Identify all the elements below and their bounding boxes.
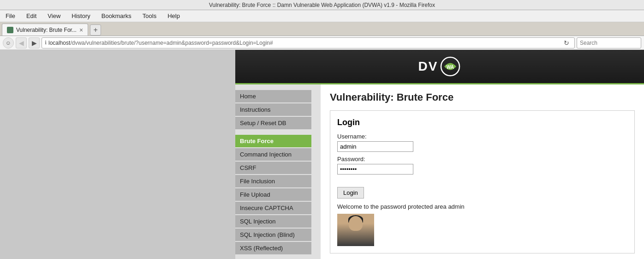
dvwa-body: Home Instructions Setup / Reset DB Brute… bbox=[235, 84, 644, 259]
sidebar-item-csrf[interactable]: CSRF bbox=[235, 162, 311, 174]
page-title: Vulnerability: Brute Force bbox=[330, 91, 635, 103]
profile-button[interactable]: ☺ bbox=[3, 37, 14, 48]
username-label: Username: bbox=[337, 133, 627, 140]
username-input[interactable] bbox=[337, 141, 413, 152]
avatar bbox=[337, 214, 374, 246]
url-security-icon: ℹ bbox=[45, 40, 47, 46]
sidebar-item-xss-reflected[interactable]: XSS (Reflected) bbox=[235, 242, 311, 254]
tab-bar: Vulnerability: Brute For... × + bbox=[0, 22, 644, 36]
welcome-message: Welcome to the password protected area a… bbox=[337, 203, 627, 210]
browser-content: DV WA Home Instructions Setup / Reset DB… bbox=[0, 50, 644, 259]
password-input[interactable] bbox=[337, 164, 413, 175]
sidebar-item-command-injection[interactable]: Command Injection bbox=[235, 148, 311, 161]
dvwa-sidebar: Home Instructions Setup / Reset DB Brute… bbox=[235, 84, 321, 259]
url-path: /dvwa/vulnerabilities/brute/?username=ad… bbox=[70, 40, 273, 46]
avatar-head bbox=[349, 216, 363, 231]
url-host: localhost bbox=[48, 40, 70, 46]
url-bar[interactable]: ℹ localhost/dvwa/vulnerabilities/brute/?… bbox=[42, 37, 575, 48]
login-button[interactable]: Login bbox=[337, 187, 364, 199]
menu-edit[interactable]: Edit bbox=[24, 12, 38, 20]
sidebar-item-brute-force[interactable]: Brute Force bbox=[235, 135, 311, 147]
login-content-box: Login Username: Password: Login Welcome … bbox=[330, 110, 635, 253]
forward-button[interactable]: ▶ bbox=[29, 37, 40, 48]
tab-title: Vulnerability: Brute For... bbox=[16, 27, 77, 33]
dvwa-main: Vulnerability: Brute Force Login Usernam… bbox=[321, 84, 644, 259]
menu-help[interactable]: Help bbox=[166, 12, 182, 20]
dvwa-logo-circle-icon: WA bbox=[440, 56, 461, 77]
sidebar-item-setup[interactable]: Setup / Reset DB bbox=[235, 117, 311, 129]
refresh-button[interactable]: ↻ bbox=[561, 38, 572, 48]
sidebar-item-instructions[interactable]: Instructions bbox=[235, 103, 311, 116]
sidebar-divider bbox=[235, 130, 321, 134]
password-label: Password: bbox=[337, 156, 627, 163]
menu-tools[interactable]: Tools bbox=[141, 12, 158, 20]
dvwa-content: DV WA Home Instructions Setup / Reset DB… bbox=[235, 50, 644, 259]
new-tab-button[interactable]: + bbox=[90, 24, 101, 36]
back-button[interactable]: ◀ bbox=[16, 37, 27, 48]
menu-bookmarks[interactable]: Bookmarks bbox=[100, 12, 133, 20]
sidebar-item-insecure-captcha[interactable]: Insecure CAPTCHA bbox=[235, 202, 311, 214]
browser-tab[interactable]: Vulnerability: Brute For... × bbox=[2, 24, 88, 36]
dvwa-logo-text: DV bbox=[418, 59, 438, 74]
url-text: localhost/dvwa/vulnerabilities/brute/?us… bbox=[48, 40, 560, 46]
avatar-image bbox=[337, 214, 374, 246]
menu-history[interactable]: History bbox=[70, 12, 92, 20]
sidebar-item-home[interactable]: Home bbox=[235, 90, 311, 102]
sidebar-item-sql-injection[interactable]: SQL Injection bbox=[235, 215, 311, 228]
menu-file[interactable]: File bbox=[4, 12, 17, 20]
nav-bar: ☺ ◀ ▶ ℹ localhost/dvwa/vulnerabilities/b… bbox=[0, 36, 644, 50]
menu-view[interactable]: View bbox=[46, 12, 62, 20]
tab-close-button[interactable]: × bbox=[79, 26, 83, 34]
dvwa-header: DV WA bbox=[235, 50, 644, 84]
window-title: Vulnerability: Brute Force :: Damn Vulne… bbox=[209, 2, 435, 8]
svg-text:WA: WA bbox=[447, 65, 454, 70]
login-title: Login bbox=[337, 118, 627, 127]
sidebar-item-sql-injection-blind[interactable]: SQL Injection (Blind) bbox=[235, 229, 311, 241]
dvwa-logo: DV WA bbox=[418, 56, 461, 77]
search-input[interactable] bbox=[577, 37, 641, 48]
sidebar-item-file-inclusion[interactable]: File Inclusion bbox=[235, 175, 311, 187]
sidebar-item-file-upload[interactable]: File Upload bbox=[235, 188, 311, 201]
menu-bar: File Edit View History Bookmarks Tools H… bbox=[0, 10, 644, 22]
title-bar: Vulnerability: Brute Force :: Damn Vulne… bbox=[0, 0, 644, 10]
tab-favicon bbox=[7, 27, 13, 33]
left-panel bbox=[0, 50, 235, 259]
